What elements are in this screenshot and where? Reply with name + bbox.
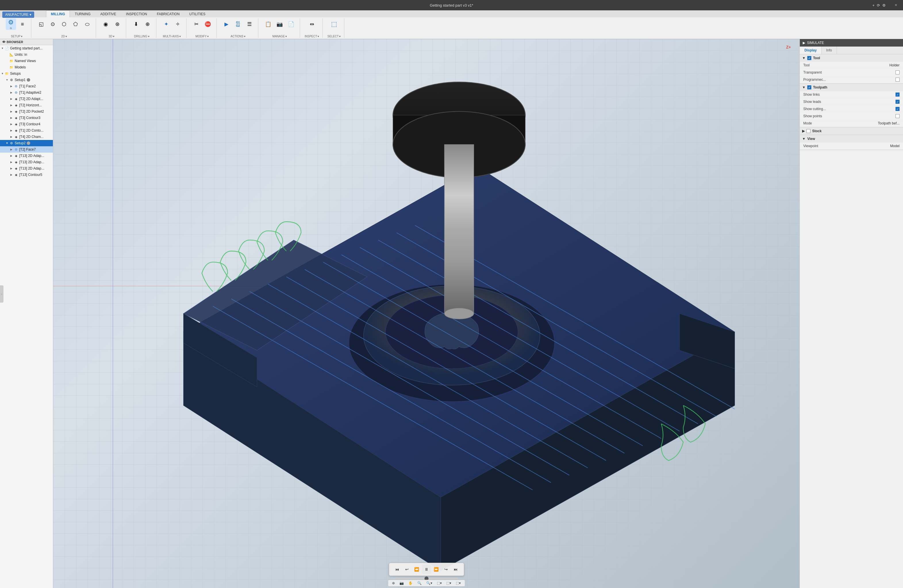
playback-pause-button[interactable]: ⏸ (422, 565, 431, 574)
bottom-tool-view2[interactable]: ⬚▾ (445, 580, 453, 586)
actions-dropdown-arrow[interactable]: ▾ (244, 35, 245, 38)
tab-fabrication[interactable]: FABRICATION (152, 10, 184, 17)
sidebar-item-setups[interactable]: ▼ 📁 Setups (0, 71, 53, 77)
sidebar-item-t3-contour3[interactable]: ▶ ◈ [T3] Contour3 (0, 115, 53, 121)
sidebar-item-setup2[interactable]: ▼ ⚙ Setup2 (0, 140, 53, 146)
sidebar-item-models[interactable]: 📁 Models (0, 64, 53, 71)
modify-icon-trim[interactable]: ✂ (191, 18, 201, 30)
panel-section-view-header[interactable]: ▼ View (800, 135, 903, 143)
playback-forward-button[interactable]: ⏩ (432, 565, 441, 574)
actions-icon-list[interactable]: ☰ (244, 18, 255, 30)
sidebar-item-t3-contour4[interactable]: ▶ ◈ [T3] Contour4 (0, 121, 53, 127)
multiaxis-dropdown-arrow[interactable]: ▾ (179, 35, 181, 38)
tab-milling[interactable]: MILLING (46, 10, 70, 17)
2d-icon-face[interactable]: ◱ (36, 18, 46, 30)
sidebar-item-t13-2dadap1[interactable]: ▶ ◈ [T13] 2D Adap... (0, 153, 53, 159)
sidebar-collapse-handle[interactable]: ‹ (0, 285, 3, 303)
playback-rewind-button[interactable]: ⏪ (412, 565, 421, 574)
tab-turning[interactable]: TURNING (70, 10, 95, 17)
bottom-tool-camera[interactable]: 📷 (398, 580, 406, 586)
inspect-dropdown-arrow[interactable]: ▾ (318, 35, 319, 38)
bottom-tool-view3[interactable]: ⬚▾ (454, 580, 463, 586)
2d-icon-pocket[interactable]: ⊙ (47, 18, 58, 30)
transparent-checkbox[interactable] (895, 71, 900, 74)
inspect-icon-measure[interactable]: ⇔ (307, 18, 317, 30)
show-leads-checkbox[interactable] (895, 100, 900, 104)
sidebar-item-t2-2dpocket2[interactable]: ▶ ◈ [T2] 2D Pocket2 (0, 108, 53, 115)
refresh-icon[interactable]: ⟳ (877, 3, 880, 8)
2d-icon-contour[interactable]: ⬡ (59, 18, 69, 30)
setup-dropdown-arrow[interactable]: ▾ (21, 35, 22, 38)
panel-section-tool-header[interactable]: ▼ Tool (800, 54, 903, 62)
bottom-tool-zoom-dropdown[interactable]: 🔍▾ (425, 580, 434, 586)
playback-next-loop-button[interactable]: ↪ (441, 565, 451, 574)
add-window-icon[interactable]: + (872, 3, 875, 8)
manage-dropdown-arrow[interactable]: ▾ (285, 35, 287, 38)
toolpath-section-checkbox[interactable] (807, 85, 811, 90)
2d-icon-bore[interactable]: ⬠ (71, 18, 81, 30)
manage-icon-templates[interactable]: 📋 (263, 18, 273, 30)
show-cutting-checkbox[interactable] (895, 107, 900, 111)
actions-icon-simulate[interactable]: ▶ (221, 18, 232, 30)
bottom-tool-view1[interactable]: ⬚▾ (435, 580, 444, 586)
multiaxis-icon-2[interactable]: ✧ (172, 18, 183, 30)
sidebar-item-t4-2dcham[interactable]: ▶ ◈ [T4] 2D Cham... (0, 134, 53, 140)
playback-slider[interactable] (395, 578, 458, 579)
manage-icon-export[interactable]: 📄 (286, 18, 296, 30)
tab-utilities[interactable]: UTILITIES (184, 10, 210, 17)
multiaxis-icon-1[interactable]: ✦ (161, 18, 171, 30)
manufacturer-dropdown[interactable]: ANUFACTURE ▾ (2, 11, 34, 18)
sidebar-item-t13-contour5[interactable]: ▶ ◈ [T13] Contour5 (0, 171, 53, 178)
panel-section-toolpath-header[interactable]: ▼ Toolpath (800, 83, 903, 91)
bottom-tool-origin[interactable]: ⊕ (390, 580, 396, 586)
tab-inspection[interactable]: INSPECTION (121, 10, 152, 17)
sidebar-item-t2-2dadapt[interactable]: ▶ ◈ [T2] 2D Adapt... (0, 96, 53, 102)
modify-icon-delete[interactable]: ⛔ (203, 18, 213, 30)
programmed-checkbox[interactable] (895, 78, 900, 82)
2d-dropdown-arrow[interactable]: ▾ (66, 35, 67, 38)
select-icon-box[interactable]: ⬚ (329, 18, 339, 30)
drilling-icon-drill[interactable]: ⬇ (131, 18, 141, 30)
actions-icon-gcode[interactable]: G1G2 (233, 18, 243, 30)
viewport[interactable]: Z+ ⏮ ↩ ⏪ ⏸ ⏩ ↪ ⏭ ⊕ 📷 ✋ 🔍 🔍▾ ⬚▾ ⬚▾ (53, 39, 799, 588)
sidebar-item-units[interactable]: 📐 Units: in (0, 52, 53, 58)
show-links-label: Show links (803, 93, 893, 97)
3d-dropdown-arrow[interactable]: ▾ (113, 35, 114, 38)
sidebar-item-t1-adaptive2[interactable]: ▶ ⚙ [T1] Adaptive2 (0, 90, 53, 96)
bottom-tool-zoom[interactable]: 🔍 (415, 580, 423, 586)
modify-dropdown-arrow[interactable]: ▾ (207, 35, 209, 38)
drilling-dropdown-arrow[interactable]: ▾ (148, 35, 149, 38)
sidebar-item-t2-horizont[interactable]: ▶ ◈ [T2] Horizont... (0, 102, 53, 108)
tool-section-checkbox[interactable] (807, 56, 811, 60)
tab-info[interactable]: Info (822, 47, 837, 54)
bottom-tool-pan[interactable]: ✋ (407, 580, 414, 586)
3d-icon-pocket[interactable]: ⊛ (112, 18, 123, 30)
sidebar-item-t13-2dadap3[interactable]: ▶ ◈ [T13] 2D Adap... (0, 165, 53, 171)
stock-section-checkbox[interactable] (806, 129, 810, 133)
select-dropdown-arrow[interactable]: ▾ (339, 35, 341, 38)
close-button[interactable]: × (895, 3, 897, 8)
setup-icon-2[interactable]: ≡ (17, 18, 28, 30)
show-points-checkbox[interactable] (895, 114, 900, 118)
show-links-checkbox[interactable] (895, 93, 900, 97)
settings-icon[interactable]: ⚙ (882, 3, 886, 8)
playback-prev-loop-button[interactable]: ↩ (402, 565, 412, 574)
sidebar-item-t13-2dadap2[interactable]: ▶ ◈ [T13] 2D Adap... (0, 159, 53, 165)
playback-end-button[interactable]: ⏭ (451, 565, 460, 574)
sidebar-item-root[interactable]: ▼ 📄 Getting started part... (0, 45, 53, 52)
tab-display[interactable]: Display (800, 47, 822, 54)
2d-icon-chamfer[interactable]: ⬭ (82, 18, 92, 30)
tab-additive[interactable]: ADDITIVE (95, 10, 121, 17)
panel-section-stock-header[interactable]: ▶ Stock (800, 127, 903, 135)
manage-icon-post[interactable]: 📷 (274, 18, 285, 30)
setup-icon-1[interactable]: ⚙ G (6, 18, 16, 30)
3d-icon-adaptive[interactable]: ◉ (101, 18, 111, 30)
sidebar-item-setup1[interactable]: ▼ ⚙ Setup1 (0, 77, 53, 83)
playback-start-button[interactable]: ⏮ (393, 565, 402, 574)
sidebar-item-t1-2dconto[interactable]: ▶ ◈ [T1] 2D Conto... (0, 127, 53, 134)
programmed-label: Programmec... (803, 78, 893, 82)
sidebar-item-t1-face2[interactable]: ▶ ⚙ [T1] Face2 (0, 83, 53, 90)
sidebar-item-t2-face7[interactable]: ▶ ⚙ [T2] Face7 (0, 146, 53, 153)
sidebar-item-named-views[interactable]: 📁 Named Views (0, 58, 53, 64)
drilling-icon-bore[interactable]: ⊕ (142, 18, 153, 30)
